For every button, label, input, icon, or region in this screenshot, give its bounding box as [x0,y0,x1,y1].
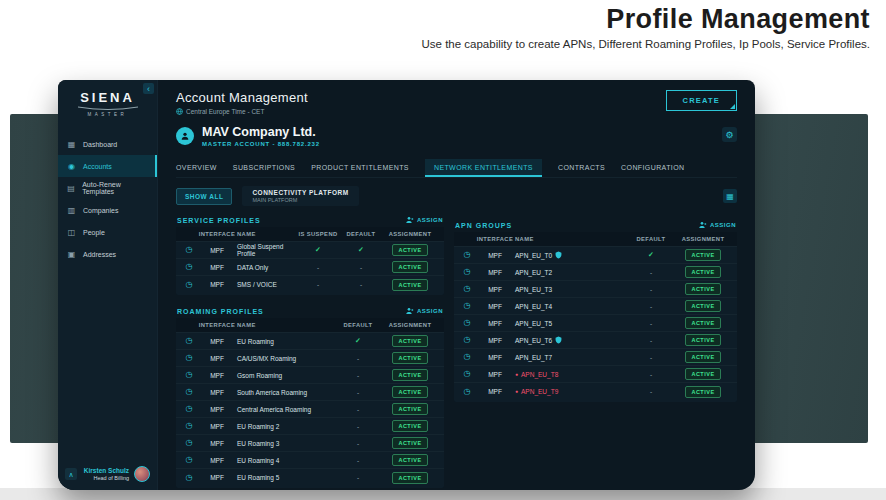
sidebar-item-addresses[interactable]: ▣Addresses [58,243,157,265]
assign-button[interactable]: ASSIGN [406,216,443,224]
table-row[interactable]: ◷MPFSouth America Roaming-ACTIVE [176,384,444,401]
check-icon: ✓ [335,337,381,345]
status-badge: ACTIVE [685,351,721,363]
tab-configuration[interactable]: CONFIGURATION [621,159,684,177]
table-row[interactable]: ◷MPFCA/US/MX Roaming-ACTIVE [176,350,444,367]
value-cell: - [295,264,341,271]
table-row[interactable]: ◷MPFAPN_EU_T7-ACTIVE [454,349,737,366]
show-all-button[interactable]: SHOW ALL [176,188,232,205]
table-row[interactable]: ◷MPFSMS / VOICE--ACTIVE [176,276,444,293]
table-row[interactable]: ◷MPF●APN_EU_T8-ACTIVE [454,366,737,383]
history-icon[interactable]: ◷ [459,370,475,378]
table-row[interactable]: ◷MPFAPN_EU_T4-ACTIVE [454,298,737,315]
interface-cell: MPF [475,354,515,361]
history-icon[interactable]: ◷ [459,285,475,293]
platform-chip[interactable]: CONNECTIVITY PLATFORM MAIN PLATFORM [242,186,358,206]
table-row[interactable]: ◷MPFCentral America Roaming-ACTIVE [176,401,444,418]
sidebar-item-auto-renew-templates[interactable]: ▤Auto-Renew Templates [58,177,157,199]
table-row[interactable]: ◷MPF●APN_EU_T9-ACTIVE [454,383,737,400]
sidebar-item-accounts[interactable]: ◉Accounts [58,155,157,177]
assign-person-icon [699,221,707,229]
interface-cell: MPF [197,440,237,447]
profile-name: EU Roaming 4 [237,457,279,464]
status-badge: ACTIVE [392,420,428,432]
history-icon[interactable]: ◷ [181,263,197,271]
check-icon: ✓ [341,246,381,254]
table-header-row: INTERFACENAMEIS SUSPENDDEFAULTASSIGNMENT [176,227,444,242]
people-icon: ◫ [67,228,76,237]
collapse-up-button[interactable]: ∧ [65,468,77,480]
history-icon[interactable]: ◷ [181,439,197,447]
table-row[interactable]: ◷MPFAPN_EU_T6-ACTIVE [454,332,737,349]
sidebar-item-label: Companies [83,207,118,214]
table-view-button[interactable]: ▦ [723,189,737,203]
table-row[interactable]: ◷MPFEU Roaming 3-ACTIVE [176,435,444,452]
tab-product-entitlements[interactable]: PRODUCT ENTITLEMENTS [311,159,409,177]
profile-name: APN_EU_T2 [515,269,552,276]
table-row[interactable]: ◷MPFGlobal Suspend Profile✓✓ACTIVE [176,242,444,259]
table-row[interactable]: ◷MPFEU Roaming✓ACTIVE [176,333,444,350]
history-icon[interactable]: ◷ [181,405,197,413]
account-subtitle: MASTER ACCOUNT - 888.782.232 [202,141,320,147]
history-icon[interactable]: ◷ [459,353,475,361]
history-icon[interactable]: ◷ [459,268,475,276]
account-avatar [176,127,194,145]
accounts-icon: ◉ [67,162,76,171]
history-icon[interactable]: ◷ [181,281,197,289]
sidebar-collapse-button[interactable]: ‹ [143,83,154,94]
column-header-name: NAME [237,231,295,237]
assign-label: ASSIGN [710,222,736,228]
history-icon[interactable]: ◷ [181,422,197,430]
assign-button[interactable]: ASSIGN [406,307,443,315]
status-badge: ACTIVE [392,369,428,381]
history-icon[interactable]: ◷ [181,388,197,396]
history-icon[interactable]: ◷ [181,371,197,379]
history-icon[interactable]: ◷ [459,336,475,344]
sidebar-item-dashboard[interactable]: ▦Dashboard [58,133,157,155]
tab-subscriptions[interactable]: SUBSCRIPTIONS [233,159,295,177]
sidebar-item-companies[interactable]: ▥Companies [58,199,157,221]
filter-row: SHOW ALL CONNECTIVITY PLATFORM MAIN PLAT… [176,186,737,206]
history-icon[interactable]: ◷ [181,337,197,345]
panel-title: APN GROUPS [455,222,512,229]
value-cell: - [341,281,381,288]
tab-contracts[interactable]: CONTRACTS [558,159,605,177]
table-row[interactable]: ◷MPFDATA Only--ACTIVE [176,259,444,276]
history-icon[interactable]: ◷ [181,474,197,482]
table-row[interactable]: ◷MPFAPN_EU_T2-ACTIVE [454,264,737,281]
interface-cell: MPF [475,388,515,395]
table-row[interactable]: ◷MPFAPN_EU_T0✓ACTIVE [454,247,737,264]
table-row[interactable]: ◷MPFAPN_EU_T3-ACTIVE [454,281,737,298]
tab-network-entitlements[interactable]: NETWORK ENTITLEMENTS [425,159,542,177]
value-cell: - [335,474,381,481]
table-row[interactable]: ◷MPFEU Roaming 5-ACTIVE [176,469,444,486]
table-row[interactable]: ◷MPFEU Roaming 2-ACTIVE [176,418,444,435]
alert-dot-icon: ● [515,372,518,377]
table-row[interactable]: ◷MPFGsom Roaming-ACTIVE [176,367,444,384]
history-icon[interactable]: ◷ [181,246,197,254]
chevron-left-icon: ‹ [147,84,150,94]
history-icon[interactable]: ◷ [459,388,475,396]
avatar[interactable] [134,466,150,482]
settings-button[interactable]: ⚙ [722,127,737,142]
status-badge: ACTIVE [685,334,721,346]
history-icon[interactable]: ◷ [459,251,475,259]
table-row[interactable]: ◷MPFEU Roaming 4-ACTIVE [176,452,444,469]
panel-header: APN GROUPS ASSIGN [454,219,737,232]
status-badge: ACTIVE [685,266,721,278]
history-icon[interactable]: ◷ [181,354,197,362]
status-badge: ACTIVE [392,335,428,347]
page-header: Account Management Central Europe Time -… [176,90,737,115]
create-button[interactable]: CREATE [666,90,737,111]
table-row[interactable]: ◷MPFAPN_EU_T5-ACTIVE [454,315,737,332]
tab-overview[interactable]: OVERVIEW [176,159,217,177]
history-icon[interactable]: ◷ [459,302,475,310]
sidebar-item-label: Auto-Renew Templates [82,181,148,195]
value-cell: - [335,355,381,362]
assign-button[interactable]: ASSIGN [699,221,736,229]
history-icon[interactable]: ◷ [181,456,197,464]
status-badge: ACTIVE [685,317,721,329]
sidebar-item-people[interactable]: ◫People [58,221,157,243]
panel-header: SERVICE PROFILES ASSIGN [176,214,444,227]
history-icon[interactable]: ◷ [459,319,475,327]
